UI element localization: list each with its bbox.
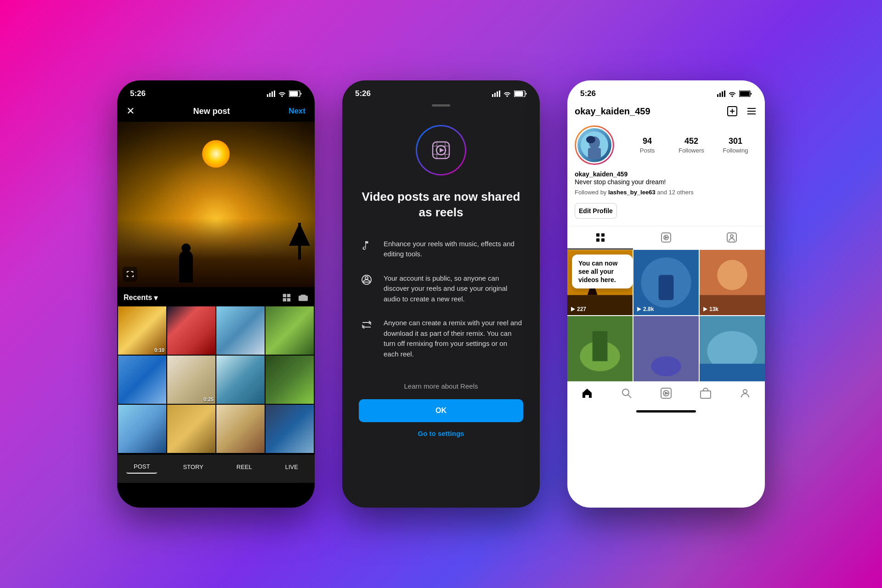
home-indicator [636,410,696,413]
media-count-3: 13k [702,306,718,312]
media-item[interactable]: 13k [700,250,765,315]
media-item[interactable] [633,316,699,381]
person-icon [359,273,374,285]
tab-story[interactable]: STORY [175,461,210,473]
svg-rect-1 [269,93,271,97]
grid-item[interactable] [216,405,265,453]
svg-point-60 [651,356,681,376]
svg-marker-39 [665,237,667,238]
profile-nav-icon[interactable] [739,387,751,399]
horizon-graphic [117,218,315,287]
recents-label[interactable]: Recents ▾ [124,294,158,302]
svg-rect-9 [499,90,500,97]
wifi-icon-3 [728,90,736,97]
followed-by-name: lashes_by_lee63 [608,189,656,196]
status-bar-3: 5:26 [567,80,765,101]
nav-title-1: New post [193,107,230,116]
svg-rect-69 [701,391,711,398]
media-bg [633,250,699,315]
svg-rect-15 [433,146,449,147]
media-item[interactable] [700,316,765,381]
tab-post[interactable]: POST [126,460,157,474]
reels-circle [416,125,466,175]
tab-grid[interactable] [567,226,633,249]
home-nav-icon[interactable] [581,387,593,399]
grid-item[interactable]: 0:10 [118,306,166,355]
media-bg [567,316,633,381]
signal-icon [267,90,275,97]
svg-rect-3 [274,90,275,97]
photo-grid: 0:10 0:25 [117,306,315,453]
profile-bio: okay_kaiden_459 Never stop chasing your … [567,169,765,199]
media-item[interactable] [567,316,633,381]
grid-item[interactable] [266,306,314,355]
wifi-icon [278,90,286,97]
stat-posts[interactable]: 94 Posts [625,136,669,154]
svg-rect-25 [740,91,750,96]
media-item[interactable]: You can now see all your videos here. 22… [567,250,633,315]
camera-icon[interactable] [298,293,308,303]
grid-item[interactable] [167,405,215,453]
tab-live[interactable]: LIVE [278,461,305,473]
avatar[interactable] [575,125,614,165]
status-icons-1 [267,90,302,97]
grid-item[interactable] [118,405,166,453]
grid-item[interactable] [266,405,314,453]
tab-reels[interactable] [633,226,699,249]
status-time-3: 5:26 [580,89,596,98]
grid-icon[interactable] [282,293,292,303]
stat-following[interactable]: 301 Following [713,136,758,154]
expand-icon[interactable] [123,267,137,282]
learn-more-link[interactable]: Learn more about Reels [342,382,540,390]
avatar-svg [581,131,608,159]
status-icons-3 [717,90,752,97]
media-image [633,250,699,315]
phone-reels-info: 5:26 Video posts are now shared as reels [342,80,540,508]
close-button[interactable]: ✕ [126,105,135,117]
grid-item[interactable] [216,356,265,404]
svg-rect-0 [267,94,268,97]
phone-new-post: 5:26 ✕ New post Next Recents ▾ [117,80,315,508]
ok-button[interactable]: OK [359,399,523,422]
header-icons [726,105,758,117]
media-item[interactable]: 2.8k [633,250,699,315]
status-bar-1: 5:26 [117,80,315,101]
status-icons-2 [492,90,527,97]
add-post-icon[interactable] [726,105,738,117]
svg-rect-63 [700,363,765,381]
reels-tab-icon [661,232,672,243]
svg-rect-7 [494,93,496,97]
grid-item[interactable]: 0:25 [167,356,215,404]
bio-followed: Followed by lashes_by_lee63 and 12 other… [575,189,758,196]
tab-tagged[interactable] [699,226,765,249]
shop-nav-icon[interactable] [700,387,712,399]
svg-rect-2 [271,91,273,97]
media-count-1: 227 [570,306,586,312]
search-nav-icon[interactable] [621,387,633,399]
feature-item-remix: Anyone can create a remix with your reel… [359,318,523,359]
tree-silhouette [298,223,301,260]
edit-profile-button[interactable]: Edit Profile [575,203,617,219]
grid-item[interactable] [216,306,265,355]
grid-item[interactable] [167,306,215,355]
svg-marker-14 [440,148,444,153]
svg-point-36 [586,136,595,143]
drag-handle [342,104,540,107]
grid-item[interactable] [266,356,314,404]
status-time-1: 5:26 [130,89,146,98]
reels-nav-icon[interactable] [660,387,672,399]
phone-profile: 5:26 okay_kaiden_459 [567,80,765,508]
svg-rect-5 [290,91,298,96]
next-button[interactable]: Next [288,107,305,116]
go-settings-link[interactable]: Go to settings [342,430,540,437]
stat-followers[interactable]: 452 Followers [669,136,713,154]
feature-item-music: Enhance your reels with music, effects a… [359,239,523,260]
posts-label: Posts [640,147,655,154]
profile-header: okay_kaiden_459 [567,101,765,122]
tab-reel[interactable]: REEL [229,461,260,473]
profile-stats: 94 Posts 452 Followers 301 Following [567,122,765,169]
svg-rect-22 [722,91,723,97]
hamburger-menu-icon[interactable] [746,105,758,117]
bio-text: Never stop chasing your dream! [575,178,758,187]
grid-item[interactable] [118,356,166,404]
